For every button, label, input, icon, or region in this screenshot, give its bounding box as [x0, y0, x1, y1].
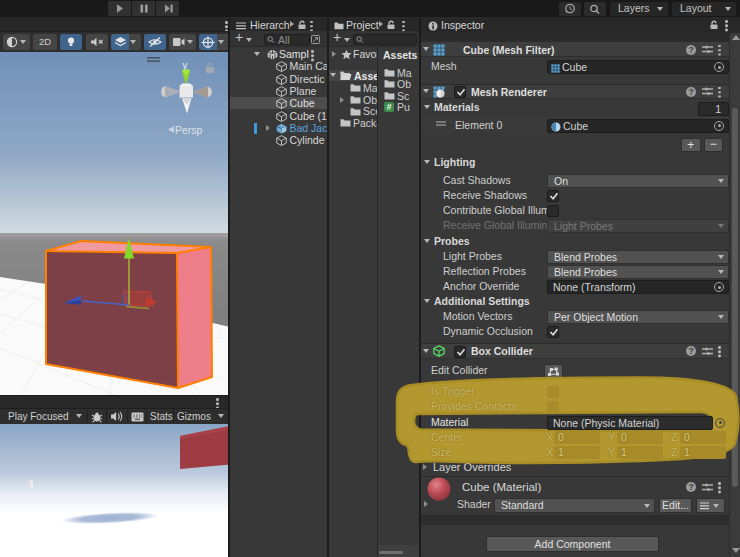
- svg-text:y: y: [183, 60, 188, 71]
- svg-text:Persp: Persp: [175, 124, 203, 136]
